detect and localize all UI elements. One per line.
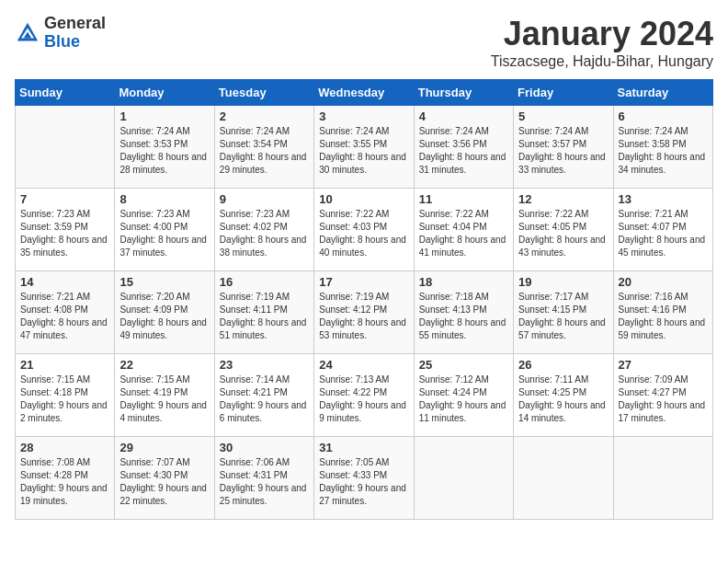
- day-number: 5: [518, 109, 608, 123]
- calendar-cell: 13Sunrise: 7:21 AMSunset: 4:07 PMDayligh…: [613, 189, 712, 271]
- day-info: Sunrise: 7:23 AMSunset: 4:02 PMDaylight:…: [220, 208, 309, 259]
- day-number: 25: [419, 358, 508, 372]
- sunset-text: Sunset: 3:58 PM: [619, 139, 687, 149]
- logo-general-text: General: [44, 15, 106, 33]
- day-number: 8: [119, 192, 209, 206]
- day-info: Sunrise: 7:22 AMSunset: 4:03 PMDaylight:…: [319, 208, 408, 259]
- calendar-cell: 17Sunrise: 7:19 AMSunset: 4:12 PMDayligh…: [314, 271, 414, 354]
- daylight-text: Daylight: 8 hours and 28 minutes.: [119, 152, 207, 175]
- day-number: 10: [319, 192, 408, 206]
- sunset-text: Sunset: 4:21 PM: [220, 387, 288, 397]
- day-info: Sunrise: 7:11 AMSunset: 4:25 PMDaylight:…: [518, 373, 608, 425]
- day-info: Sunrise: 7:24 AMSunset: 3:54 PMDaylight:…: [220, 125, 309, 177]
- calendar-cell: 2Sunrise: 7:24 AMSunset: 3:54 PMDaylight…: [214, 106, 313, 189]
- sunrise-text: Sunrise: 7:07 AM: [119, 457, 189, 467]
- calendar-cell: 10Sunrise: 7:22 AMSunset: 4:03 PMDayligh…: [314, 189, 414, 271]
- day-number: 13: [619, 192, 708, 206]
- logo-icon: [15, 20, 40, 46]
- sunset-text: Sunset: 4:27 PM: [619, 387, 687, 397]
- calendar-cell: [613, 437, 712, 520]
- daylight-text: Daylight: 9 hours and 2 minutes.: [20, 400, 108, 423]
- sunset-text: Sunset: 4:25 PM: [518, 387, 586, 397]
- day-info: Sunrise: 7:24 AMSunset: 3:55 PMDaylight:…: [319, 125, 408, 177]
- day-info: Sunrise: 7:15 AMSunset: 4:19 PMDaylight:…: [119, 373, 209, 425]
- calendar-cell: [514, 437, 613, 520]
- sunrise-text: Sunrise: 7:05 AM: [319, 457, 389, 467]
- sunrise-text: Sunrise: 7:09 AM: [619, 374, 688, 385]
- sunrise-text: Sunrise: 7:19 AM: [319, 292, 389, 302]
- sunset-text: Sunset: 4:08 PM: [20, 304, 88, 315]
- calendar-cell: 30Sunrise: 7:06 AMSunset: 4:31 PMDayligh…: [214, 437, 313, 520]
- sunrise-text: Sunrise: 7:21 AM: [20, 292, 90, 302]
- weekday-header-row: SundayMondayTuesdayWednesdayThursdayFrid…: [16, 80, 713, 106]
- sunset-text: Sunset: 4:13 PM: [419, 304, 487, 315]
- calendar-cell: 9Sunrise: 7:23 AMSunset: 4:02 PMDaylight…: [214, 189, 313, 271]
- sunset-text: Sunset: 4:09 PM: [119, 304, 188, 315]
- daylight-text: Daylight: 8 hours and 53 minutes.: [319, 317, 406, 340]
- day-info: Sunrise: 7:13 AMSunset: 4:22 PMDaylight:…: [319, 373, 408, 425]
- day-number: 27: [619, 358, 708, 372]
- day-info: Sunrise: 7:22 AMSunset: 4:05 PMDaylight:…: [518, 208, 608, 259]
- weekday-sunday: Sunday: [16, 80, 115, 106]
- sunrise-text: Sunrise: 7:06 AM: [220, 457, 290, 467]
- daylight-text: Daylight: 8 hours and 49 minutes.: [119, 317, 207, 340]
- sunrise-text: Sunrise: 7:20 AM: [119, 292, 189, 302]
- day-info: Sunrise: 7:24 AMSunset: 3:53 PMDaylight:…: [119, 125, 209, 177]
- sunset-text: Sunset: 3:54 PM: [220, 139, 288, 149]
- calendar-week-1: 1Sunrise: 7:24 AMSunset: 3:53 PMDaylight…: [16, 106, 713, 189]
- title-block: January 2024 Tiszacsege, Hajdu-Bihar, Hu…: [491, 15, 713, 70]
- sunrise-text: Sunrise: 7:24 AM: [619, 126, 688, 136]
- calendar-table: SundayMondayTuesdayWednesdayThursdayFrid…: [15, 79, 713, 520]
- daylight-text: Daylight: 8 hours and 47 minutes.: [20, 317, 108, 340]
- sunrise-text: Sunrise: 7:18 AM: [419, 292, 489, 302]
- sunrise-text: Sunrise: 7:24 AM: [119, 126, 189, 136]
- day-number: 26: [518, 358, 608, 372]
- sunset-text: Sunset: 4:18 PM: [20, 387, 88, 397]
- daylight-text: Daylight: 8 hours and 41 minutes.: [419, 235, 506, 258]
- sunrise-text: Sunrise: 7:21 AM: [619, 209, 688, 219]
- day-number: 11: [419, 192, 508, 206]
- day-info: Sunrise: 7:23 AMSunset: 4:00 PMDaylight:…: [119, 208, 209, 259]
- sunset-text: Sunset: 3:59 PM: [20, 222, 88, 232]
- calendar-cell: [414, 437, 513, 520]
- calendar-body: 1Sunrise: 7:24 AMSunset: 3:53 PMDaylight…: [16, 106, 713, 520]
- sunrise-text: Sunrise: 7:23 AM: [119, 209, 189, 219]
- daylight-text: Daylight: 8 hours and 31 minutes.: [419, 152, 506, 175]
- sunrise-text: Sunrise: 7:24 AM: [319, 126, 389, 136]
- sunrise-text: Sunrise: 7:17 AM: [518, 292, 588, 302]
- calendar-cell: 25Sunrise: 7:12 AMSunset: 4:24 PMDayligh…: [414, 354, 513, 437]
- day-number: 24: [319, 358, 408, 372]
- day-info: Sunrise: 7:21 AMSunset: 4:07 PMDaylight:…: [619, 208, 708, 259]
- day-info: Sunrise: 7:21 AMSunset: 4:08 PMDaylight:…: [20, 291, 109, 342]
- day-number: 3: [319, 109, 408, 123]
- day-number: 28: [20, 441, 109, 454]
- sunrise-text: Sunrise: 7:13 AM: [319, 374, 389, 385]
- daylight-text: Daylight: 8 hours and 38 minutes.: [220, 235, 307, 258]
- calendar-cell: 27Sunrise: 7:09 AMSunset: 4:27 PMDayligh…: [613, 354, 712, 437]
- day-number: 17: [319, 275, 408, 289]
- sunrise-text: Sunrise: 7:22 AM: [518, 209, 588, 219]
- daylight-text: Daylight: 8 hours and 29 minutes.: [220, 152, 307, 175]
- day-number: 1: [119, 109, 209, 123]
- daylight-text: Daylight: 8 hours and 33 minutes.: [518, 152, 606, 175]
- day-info: Sunrise: 7:23 AMSunset: 3:59 PMDaylight:…: [20, 208, 109, 259]
- sunrise-text: Sunrise: 7:16 AM: [619, 292, 688, 302]
- calendar-week-3: 14Sunrise: 7:21 AMSunset: 4:08 PMDayligh…: [16, 271, 713, 354]
- sunset-text: Sunset: 4:24 PM: [419, 387, 487, 397]
- day-number: 18: [419, 275, 508, 289]
- calendar-week-2: 7Sunrise: 7:23 AMSunset: 3:59 PMDaylight…: [16, 189, 713, 271]
- sunrise-text: Sunrise: 7:22 AM: [419, 209, 489, 219]
- weekday-tuesday: Tuesday: [214, 80, 313, 106]
- sunrise-text: Sunrise: 7:19 AM: [220, 292, 290, 302]
- page-header: General Blue January 2024 Tiszacsege, Ha…: [15, 15, 713, 70]
- calendar-cell: [16, 106, 115, 189]
- daylight-text: Daylight: 9 hours and 6 minutes.: [220, 400, 307, 423]
- sunrise-text: Sunrise: 7:15 AM: [119, 374, 189, 385]
- calendar-cell: 24Sunrise: 7:13 AMSunset: 4:22 PMDayligh…: [314, 354, 414, 437]
- day-info: Sunrise: 7:09 AMSunset: 4:27 PMDaylight:…: [619, 373, 708, 425]
- sunset-text: Sunset: 4:03 PM: [319, 222, 387, 232]
- day-info: Sunrise: 7:18 AMSunset: 4:13 PMDaylight:…: [419, 291, 508, 342]
- sunset-text: Sunset: 4:07 PM: [619, 222, 687, 232]
- sunrise-text: Sunrise: 7:24 AM: [518, 126, 588, 136]
- sunset-text: Sunset: 3:57 PM: [518, 139, 586, 149]
